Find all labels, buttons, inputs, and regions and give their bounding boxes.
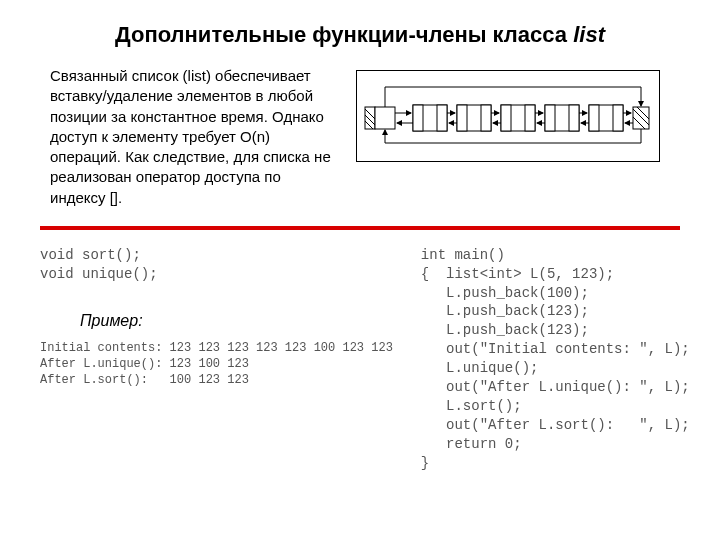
svg-rect-7 — [437, 105, 447, 131]
page-title: Дополнительные функции-члены класса list — [0, 0, 720, 48]
right-column: int main() { list<int> L(5, 123); L.push… — [413, 246, 690, 473]
svg-rect-12 — [501, 105, 511, 131]
divider-red — [40, 226, 680, 230]
svg-rect-19 — [613, 105, 623, 131]
svg-rect-16 — [569, 105, 579, 131]
content-columns: void sort(); void unique(); Пример: Init… — [40, 246, 680, 473]
intro-row: Связанный список (list) обеспечивает вст… — [0, 66, 720, 208]
svg-rect-9 — [457, 105, 467, 131]
svg-rect-10 — [481, 105, 491, 131]
left-column: void sort(); void unique(); Пример: Init… — [40, 246, 393, 473]
linked-list-diagram — [356, 70, 660, 162]
title-italic: list — [573, 22, 605, 47]
svg-rect-6 — [413, 105, 423, 131]
svg-rect-13 — [525, 105, 535, 131]
intro-text: Связанный список (list) обеспечивает вст… — [50, 66, 335, 208]
example-label: Пример: — [80, 312, 393, 330]
title-main: Дополнительные функции-члены класса — [115, 22, 573, 47]
code-signatures: void sort(); void unique(); — [40, 246, 393, 284]
svg-rect-18 — [589, 105, 599, 131]
svg-rect-15 — [545, 105, 555, 131]
linked-list-svg — [363, 79, 653, 149]
diagram-wrap — [335, 66, 680, 162]
example-output: Initial contents: 123 123 123 123 123 10… — [40, 340, 393, 389]
svg-rect-4 — [375, 107, 395, 129]
code-main: int main() { list<int> L(5, 123); L.push… — [421, 246, 690, 473]
